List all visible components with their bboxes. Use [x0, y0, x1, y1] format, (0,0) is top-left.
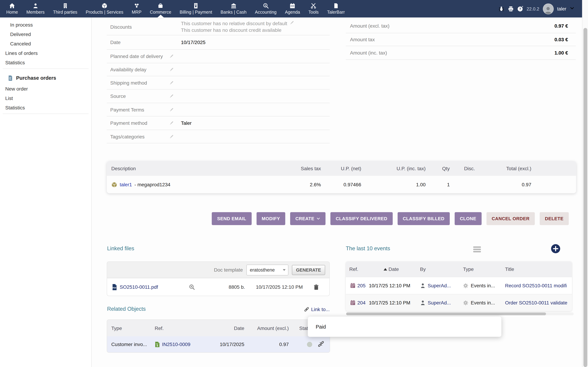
left-sidebar: In process Delivered Canceled Lines of o…	[0, 17, 92, 367]
event-ref-link[interactable]: 205	[357, 283, 366, 288]
event-by-link[interactable]: SuperAd...	[428, 300, 451, 306]
event-by-link[interactable]: SuperAd...	[428, 283, 451, 288]
preview-file-button[interactable]	[185, 284, 199, 290]
invoice-link[interactable]: IN2510-0009	[162, 342, 190, 347]
help-icon[interactable]	[517, 6, 523, 12]
sidebar-item-lines-of-orders[interactable]: Lines of orders	[0, 49, 91, 58]
bug-report-icon[interactable]	[498, 6, 504, 12]
chain-link-icon	[304, 307, 309, 312]
amount-inc-tax-value: 1.00 €	[554, 50, 576, 56]
nav-item-commerce[interactable]: Commerce	[146, 0, 175, 17]
pdf-file-icon	[112, 284, 117, 290]
sidebar-section-label: Purchase orders	[16, 75, 56, 81]
events-list-view-button[interactable]	[473, 246, 481, 254]
doc-template-label: Doc template	[214, 267, 243, 273]
amount-row-inc-tax: Amount (inc. tax) 1.00 €	[346, 46, 576, 60]
field-row-payment-method: Payment method Taler	[107, 117, 330, 130]
edit-discount-icon[interactable]	[289, 20, 294, 27]
delete-file-button[interactable]	[306, 284, 327, 290]
sidebar-divider	[3, 114, 88, 114]
sidebar-item-delivered[interactable]: Delivered	[0, 30, 91, 39]
classify-billed-button[interactable]: CLASSIFY BILLED	[398, 212, 450, 225]
nav-item-accounting[interactable]: Accounting	[251, 0, 281, 17]
agenda-icon	[289, 3, 295, 9]
nav-item-mrp[interactable]: MRP	[128, 0, 146, 17]
sidebar-section-purchase-orders[interactable]: Purchase orders	[0, 73, 91, 83]
field-label: Date	[107, 40, 169, 45]
nav-item-products-services[interactable]: Products | Services	[82, 0, 128, 17]
generate-button[interactable]: GENERATE	[292, 265, 325, 275]
nav-item-talerbarr[interactable]: TalerBarr	[323, 0, 349, 17]
clone-button[interactable]: CLONE	[455, 212, 482, 225]
unlink-button[interactable]	[318, 341, 324, 348]
edit-payment-terms-icon[interactable]	[169, 107, 179, 112]
calendar-event-icon	[350, 300, 356, 306]
nav-item-agenda[interactable]: Agenda	[281, 0, 304, 17]
edit-source-icon[interactable]	[169, 94, 179, 99]
order-lines-header: Description Sales tax U.P. (net) U.P. (i…	[107, 161, 576, 176]
page-vertical-scrollbar[interactable]	[582, 0, 588, 367]
nav-label: Home	[6, 10, 18, 15]
event-row: 204 10/17/25 12:10 PM SuperAd... Events …	[346, 294, 572, 311]
status-tooltip-text: Paid	[308, 324, 326, 329]
nav-item-banks-cash[interactable]: Banks | Cash	[216, 0, 251, 17]
field-row-discounts: Discounts This customer has no relative …	[107, 19, 330, 35]
user-menu-chevron[interactable]	[570, 6, 574, 12]
tools-icon	[311, 3, 317, 9]
product-link[interactable]: taler1	[120, 182, 132, 187]
sidebar-item-in-process[interactable]: In process	[0, 20, 91, 30]
related-type: Customer invo...	[107, 342, 155, 347]
edit-tags-icon[interactable]	[169, 134, 179, 139]
chevron-down-icon	[316, 217, 320, 221]
print-icon[interactable]	[508, 6, 514, 12]
events-horizontal-scrollbar[interactable]	[346, 312, 574, 315]
event-ref-link[interactable]: 204	[357, 300, 366, 306]
nav-label: Tools	[309, 10, 319, 15]
edit-availability-delay-icon[interactable]	[169, 67, 179, 72]
sidebar-item-statistics-purchase[interactable]: Statistics	[0, 103, 91, 113]
edit-payment-method-icon[interactable]	[169, 121, 179, 125]
create-dropdown-button[interactable]: CREATE	[290, 212, 326, 225]
scrollbar-thumb[interactable]	[583, 28, 587, 367]
edit-planned-delivery-icon[interactable]	[169, 54, 179, 59]
event-title-link[interactable]: Order SO2510-0011 validate	[505, 300, 567, 306]
nav-item-home[interactable]: Home	[2, 0, 22, 17]
event-type: Events in...	[471, 300, 495, 306]
invoice-icon	[155, 341, 160, 347]
scrollbar-thumb[interactable]	[346, 312, 546, 315]
link-to-button[interactable]: Link to...	[304, 307, 330, 312]
sidebar-item-statistics-sales[interactable]: Statistics	[0, 58, 91, 67]
avatar[interactable]	[543, 3, 553, 14]
nav-item-tools[interactable]: Tools	[304, 0, 323, 17]
event-title-link[interactable]: Record SO2510-0011 modifi	[505, 283, 567, 288]
modify-button[interactable]: MODIFY	[256, 212, 285, 225]
nav-item-billing-payment[interactable]: Billing | Payment	[175, 0, 216, 17]
delete-button[interactable]: DELETE	[540, 212, 569, 225]
cancel-order-button[interactable]: CANCEL ORDER	[486, 212, 535, 225]
sidebar-item-list[interactable]: List	[0, 94, 91, 103]
pencil-icon	[169, 107, 174, 112]
sidebar-item-new-order[interactable]: New order	[0, 84, 91, 94]
nav-item-members[interactable]: Members	[22, 0, 49, 17]
sidebar-item-canceled[interactable]: Canceled	[0, 39, 91, 49]
event-type: Events in...	[471, 283, 495, 288]
status-dot	[307, 342, 312, 347]
add-event-button[interactable]	[551, 244, 560, 255]
main-menu: Home Members Third parties Products | Se…	[0, 0, 349, 17]
doc-template-select[interactable]: eratosthene	[246, 264, 288, 275]
commerce-icon	[157, 3, 164, 9]
home-icon	[9, 3, 15, 9]
classify-delivered-button[interactable]: CLASSIFY DELIVERED	[330, 212, 392, 225]
app-window: Home Members Third parties Products | Se…	[0, 0, 588, 367]
sort-ascending-icon	[384, 268, 387, 270]
field-row-planned-delivery: Planned date of delivery	[107, 50, 330, 63]
amount-excl-tax-value: 0.97 €	[554, 23, 576, 29]
trash-icon	[313, 284, 319, 290]
accounting-icon	[263, 3, 269, 9]
user-menu-label[interactable]: taler	[557, 6, 566, 11]
nav-item-third-parties[interactable]: Third parties	[49, 0, 82, 17]
file-link[interactable]: SO2510-0011.pdf	[120, 284, 158, 290]
send-email-button[interactable]: SEND EMAIL	[212, 212, 251, 225]
edit-shipping-method-icon[interactable]	[169, 80, 179, 85]
amount-tax-value: 0.03 €	[554, 37, 576, 42]
